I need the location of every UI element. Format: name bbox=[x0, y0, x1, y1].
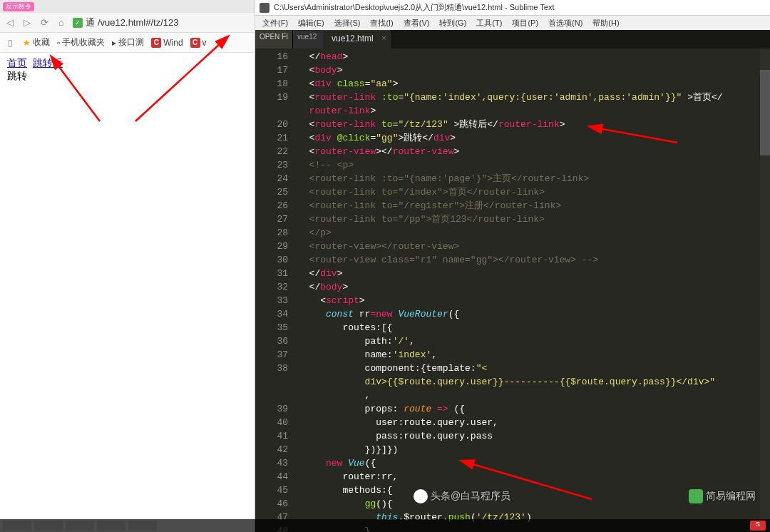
menu-item[interactable]: 编辑(E) bbox=[294, 18, 329, 29]
shield-icon: ✓ bbox=[73, 18, 83, 28]
taskbar-item[interactable] bbox=[97, 521, 125, 531]
home-icon[interactable]: ⌂ bbox=[56, 17, 67, 29]
vertical-scrollbar[interactable] bbox=[760, 48, 770, 532]
star-icon: ★ bbox=[23, 38, 31, 48]
bookmark-fav[interactable]: ★收藏 bbox=[23, 36, 50, 48]
taskbar-item[interactable] bbox=[34, 521, 63, 531]
taskbar: S bbox=[0, 519, 770, 532]
menu-item[interactable]: 项目(P) bbox=[508, 18, 543, 29]
reload-icon[interactable]: ⟳ bbox=[38, 17, 50, 29]
forward-icon[interactable]: ▷ bbox=[21, 17, 33, 29]
url-prefix: 通 bbox=[86, 16, 95, 29]
menubar: 文件(F)编辑(E)选择(S)查找(I)查看(V)转到(G)工具(T)项目(P)… bbox=[255, 16, 770, 30]
menu-item[interactable]: 帮助(H) bbox=[588, 18, 623, 29]
menu-item[interactable]: 首选项(N) bbox=[544, 18, 587, 29]
gutter: 1617181920212223242526272829303132333435… bbox=[255, 48, 295, 532]
url-bar[interactable]: ✓ 通 /vue12.html#/tz/123 bbox=[73, 16, 178, 29]
browser-toolbar: ◁ ▷ ⟳ ⌂ ✓ 通 /vue12.html#/tz/123 bbox=[0, 13, 255, 33]
browser-window: 反示数令 ◁ ▷ ⟳ ⌂ ✓ 通 /vue12.html#/tz/123 ▯ ★… bbox=[0, 0, 255, 532]
ime-indicator[interactable]: S bbox=[750, 521, 766, 531]
sidebar-file[interactable]: vue12 bbox=[293, 30, 323, 48]
avatar-icon bbox=[414, 489, 428, 503]
menu-icon[interactable]: ▯ bbox=[4, 37, 16, 48]
bookmark-api[interactable]: ▸ 接口测 bbox=[112, 36, 144, 48]
bookmark-wind[interactable]: CWind bbox=[151, 38, 183, 48]
menu-item[interactable]: 查看(V) bbox=[399, 18, 434, 29]
sublime-window: C:\Users\Administrator\Desktop\vuejs2.0从… bbox=[255, 0, 770, 532]
wechat-icon bbox=[689, 489, 703, 503]
menu-item[interactable]: 查找(I) bbox=[366, 18, 397, 29]
editor-tab[interactable]: vue12.html × bbox=[323, 30, 391, 48]
bookmark-mobile[interactable]: ▫ 手机收藏夹 bbox=[57, 36, 105, 48]
close-icon[interactable]: × bbox=[381, 34, 386, 42]
scrollbar-thumb[interactable] bbox=[760, 70, 770, 155]
editor-area[interactable]: 1617181920212223242526272829303132333435… bbox=[255, 48, 770, 532]
bookmark-bar: ▯ ★收藏 ▫ 手机收藏夹 ▸ 接口测 CWind Cv bbox=[0, 33, 255, 53]
menu-item[interactable]: 转到(G) bbox=[435, 18, 471, 29]
tabs-row: OPEN FI vue12 vue12.html × bbox=[255, 30, 770, 48]
watermark-left: 头条@白马程序员 bbox=[414, 489, 510, 503]
window-title: C:\Users\Administrator\Desktop\vuejs2.0从… bbox=[274, 2, 554, 13]
bookmark-v[interactable]: Cv bbox=[190, 38, 207, 48]
app-icon bbox=[260, 3, 270, 13]
c-icon: C bbox=[151, 38, 161, 48]
tab-title: vue12.html bbox=[332, 34, 374, 44]
jump-text[interactable]: 跳转 bbox=[7, 70, 247, 83]
watermark-right: 简易编程网 bbox=[689, 489, 756, 503]
c-icon: C bbox=[190, 38, 200, 48]
link-after-jump[interactable]: 跳转后 bbox=[33, 57, 63, 68]
taskbar-item[interactable] bbox=[66, 521, 94, 531]
taskbar-item[interactable] bbox=[128, 521, 157, 531]
titlebar: C:\Users\Administrator\Desktop\vuejs2.0从… bbox=[255, 0, 770, 16]
tab-badge: 反示数令 bbox=[3, 2, 34, 11]
open-files-label: OPEN FI bbox=[255, 30, 293, 48]
code-area[interactable]: </head> <body> <div class="aa"> <router-… bbox=[295, 48, 770, 532]
page-content: 首页 跳转后 跳转 bbox=[0, 53, 255, 87]
link-home[interactable]: 首页 bbox=[7, 57, 27, 68]
url-text: /vue12.html#/tz/123 bbox=[98, 17, 178, 28]
menu-item[interactable]: 选择(S) bbox=[330, 18, 365, 29]
taskbar-item[interactable] bbox=[3, 521, 31, 531]
back-icon[interactable]: ◁ bbox=[4, 17, 16, 29]
menu-item[interactable]: 文件(F) bbox=[258, 18, 292, 29]
browser-tab-strip: 反示数令 bbox=[0, 0, 255, 13]
menu-item[interactable]: 工具(T) bbox=[472, 18, 506, 29]
